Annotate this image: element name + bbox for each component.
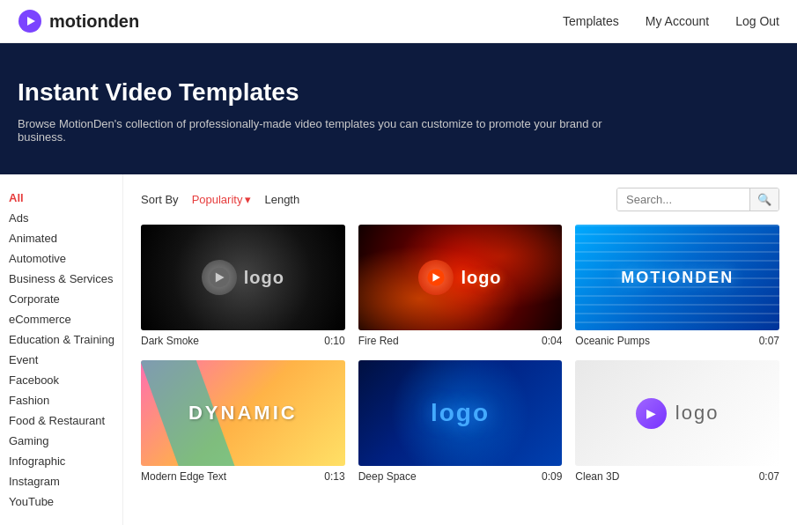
- motionden-text: MOTIONDEN: [621, 269, 734, 287]
- template-thumbnail: ▶ logo: [575, 360, 779, 466]
- thumb-logo-circle: [202, 260, 237, 295]
- template-info: Dark Smoke0:10: [141, 330, 345, 347]
- sidebar-item-automotive[interactable]: Automotive: [9, 248, 122, 269]
- sidebar-item-animated[interactable]: Animated: [9, 228, 122, 248]
- sidebar-item-fashion[interactable]: Fashion: [9, 390, 122, 410]
- logo-icon: [18, 9, 42, 33]
- template-card[interactable]: logo Fire Red0:04: [358, 225, 563, 347]
- template-name: Clean 3D: [575, 470, 619, 483]
- template-name: Modern Edge Text: [141, 470, 226, 483]
- dynamic-text: DYNAMIC: [188, 402, 298, 425]
- sidebar-item-infographic[interactable]: Infographic: [9, 451, 122, 471]
- nav-log-out[interactable]: Log Out: [735, 14, 779, 28]
- sidebar-item-food---restaurant[interactable]: Food & Restaurant: [9, 410, 122, 431]
- sidebar-item-event[interactable]: Event: [9, 350, 122, 370]
- template-duration: 0:07: [759, 470, 779, 483]
- template-duration: 0:10: [324, 335, 344, 347]
- logo-area[interactable]: motionden: [18, 9, 139, 33]
- header: motionden Templates My Account Log Out: [0, 0, 797, 43]
- play-circle: ▶: [636, 398, 667, 429]
- template-thumbnail: logo: [358, 225, 563, 330]
- template-info: Deep Space0:09: [358, 466, 563, 483]
- sidebar-item-instagram[interactable]: Instagram: [9, 471, 122, 491]
- nav-templates[interactable]: Templates: [563, 14, 619, 28]
- search-icon: 🔍: [757, 193, 771, 206]
- template-thumbnail: MOTIONDEN: [575, 225, 779, 330]
- sidebar: AllAdsAnimatedAutomotiveBusiness & Servi…: [0, 174, 123, 525]
- search-button[interactable]: 🔍: [749, 188, 779, 211]
- sort-by-label: Sort By: [141, 193, 179, 206]
- nav-my-account[interactable]: My Account: [646, 14, 709, 28]
- main-layout: AllAdsAnimatedAutomotiveBusiness & Servi…: [0, 174, 797, 525]
- sort-length-button[interactable]: Length: [264, 193, 299, 206]
- template-name: Fire Red: [358, 335, 399, 347]
- popularity-label: Popularity: [192, 193, 243, 206]
- logo-text: motionden: [49, 11, 139, 32]
- template-card[interactable]: MOTIONDENOceanic Pumps0:07: [575, 225, 779, 347]
- template-name: Dark Smoke: [141, 335, 199, 347]
- sidebar-item-facebook[interactable]: Facebook: [9, 370, 122, 390]
- sidebar-item-business---services[interactable]: Business & Services: [9, 269, 122, 289]
- hero-subtitle: Browse MotionDen's collection of profess…: [18, 117, 634, 144]
- sidebar-item-youtube[interactable]: YouTube: [9, 491, 122, 512]
- template-info: Clean 3D0:07: [575, 466, 779, 483]
- template-thumbnail: lOgo: [358, 360, 563, 466]
- thumb-logo-overlay: logo: [202, 260, 284, 295]
- sort-bar: Sort By Popularity ▾ Length 🔍: [141, 188, 779, 211]
- deep-space-text: lOgo: [431, 399, 490, 427]
- thumb-logo-word: logo: [244, 268, 284, 288]
- search-container: 🔍: [616, 188, 779, 211]
- template-duration: 0:13: [324, 470, 344, 483]
- template-duration: 0:09: [542, 470, 562, 483]
- popularity-arrow-icon: ▾: [245, 193, 251, 206]
- content-area: Sort By Popularity ▾ Length 🔍 logo Dark …: [123, 174, 797, 525]
- template-card[interactable]: logo Dark Smoke0:10: [141, 225, 345, 347]
- template-info: Oceanic Pumps0:07: [575, 330, 779, 347]
- nav-links: Templates My Account Log Out: [563, 14, 779, 28]
- sidebar-item-gaming[interactable]: Gaming: [9, 431, 122, 451]
- template-duration: 0:07: [759, 335, 779, 347]
- fire-logo-word: logo: [461, 268, 501, 288]
- sort-popularity-button[interactable]: Popularity ▾: [192, 193, 252, 206]
- template-card[interactable]: lOgoDeep Space0:09: [358, 360, 563, 483]
- template-thumbnail: logo: [141, 225, 345, 330]
- template-name: Deep Space: [358, 470, 417, 483]
- fire-circle: [418, 260, 454, 295]
- template-card[interactable]: DYNAMICModern Edge Text0:13: [141, 360, 345, 483]
- sidebar-item-education---training[interactable]: Education & Training: [9, 329, 122, 350]
- template-duration: 0:04: [542, 335, 562, 347]
- template-thumbnail: DYNAMIC: [141, 360, 345, 466]
- sidebar-item-ads[interactable]: Ads: [9, 208, 122, 228]
- templates-grid: logo Dark Smoke0:10 logo Fire Red0:04 MO…: [141, 225, 779, 483]
- template-name: Oceanic Pumps: [575, 335, 650, 347]
- sidebar-item-ecommerce[interactable]: eCommerce: [9, 309, 122, 329]
- clean-logo-word: logo: [675, 402, 720, 425]
- template-info: Modern Edge Text0:13: [141, 466, 345, 483]
- sidebar-item-all[interactable]: All: [9, 188, 122, 208]
- hero-title: Instant Video Templates: [18, 78, 779, 107]
- search-input[interactable]: [617, 188, 749, 211]
- clean-3d-play: ▶ logo: [636, 398, 720, 429]
- fire-logo-overlay: logo: [418, 260, 501, 295]
- template-card[interactable]: ▶ logo Clean 3D0:07: [575, 360, 779, 483]
- template-info: Fire Red0:04: [358, 330, 563, 347]
- hero-section: Instant Video Templates Browse MotionDen…: [0, 43, 797, 174]
- sidebar-item-corporate[interactable]: Corporate: [9, 289, 122, 309]
